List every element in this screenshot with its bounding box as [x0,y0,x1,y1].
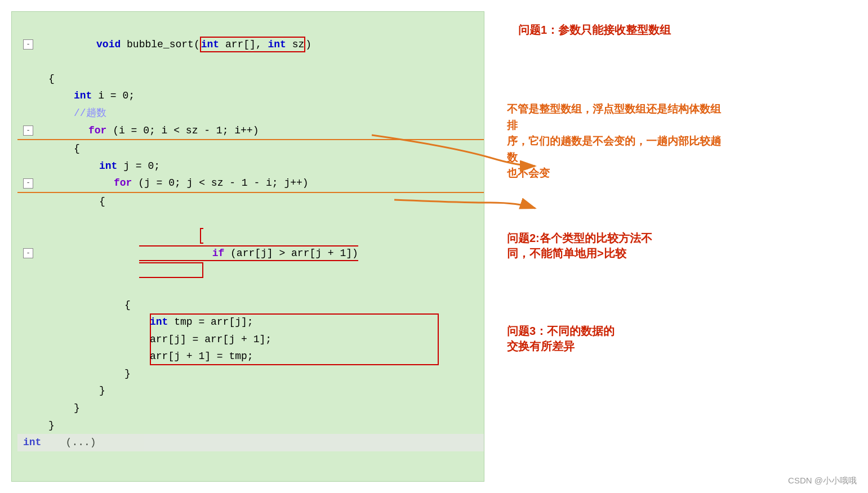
watermark: CSDN @小小哦哦 [788,476,857,486]
line18-content: } [48,417,484,434]
brace-close-2: } [74,402,80,414]
brace-close-3: } [99,385,105,396]
code-panel-inner: - void bubble_sort(int arr[], int sz) { … [12,19,484,451]
line8-content: for (j = 0; j < sz - 1 - i; j++) [99,174,484,192]
annotation-3: 问题2:各个类型的比较方法不同，不能简单地用>比较 [507,231,652,261]
code-line-3: int i = 0; [17,87,484,105]
line10-content: if (arr[j] > arr[j + 1]) [124,210,484,297]
brace-close-4: } [124,368,131,379]
ann1-title: 问题1：参数只能接收整型数组 [518,23,671,38]
code-line-12: int tmp = arr[j]; [17,313,484,331]
line6-content: { [74,140,484,158]
code-line-4: //趟数 [17,105,484,122]
for1-cond: (i = 0; i < sz - 1; i++) [106,125,259,136]
annotation-2: 不管是整型数组，浮点型数组还是结构体数组排序，它们的趟数是不会变的，一趟内部比较… [507,101,721,182]
line19-content: int (...) [23,434,484,451]
ann3-title: 问题2:各个类型的比较方法不同，不能简单地用>比较 [507,231,652,261]
code-line-14: arr[j + 1] = tmp; [17,348,484,365]
kw-for-2: for [114,177,132,189]
collapse-btn-2[interactable]: - [23,126,33,136]
line3-content: int i = 0; [74,87,484,105]
j-decl: j = 0; [117,160,160,172]
kw-int-last: int [23,437,41,448]
collapse-btn-4[interactable]: - [23,248,33,258]
brace-close-1: } [48,420,55,431]
ann2-body: 不管是整型数组，浮点型数组还是结构体数组排序，它们的趟数是不会变的，一趟内部比较… [507,101,721,182]
annotation-1: 问题1：参数只能接收整型数组 [518,23,671,38]
brace-open-2: { [74,143,80,154]
kw-int-j: int [99,160,117,172]
brace-open-3: { [99,196,105,207]
swap-line-3: arr[j + 1] = tmp; [150,351,253,362]
code-line-19: int (...) [17,434,484,451]
collapse-btn-1[interactable]: - [23,39,33,50]
line14-content: arr[j + 1] = tmp; [150,348,484,365]
kw-if: if [212,248,225,259]
sz-param: sz [286,39,304,50]
comment-1: //趟数 [74,107,106,119]
code-line-5: - for (i = 0; i < sz - 1; i++) [17,122,484,141]
fn-name: bubble_sort [127,39,194,50]
swap-block: int tmp = arr[j]; arr[j] = arr[j + 1]; a… [17,313,484,365]
swap-line-2: arr[j] = arr[j + 1]; [150,334,271,345]
line9-content: { [99,193,484,210]
line1-content: void bubble_sort(int arr[], int sz) [35,19,484,70]
if-cond: (arr[j] > arr[j + 1]) [224,248,358,259]
line4-content: //趟数 [74,105,484,122]
main-container: - void bubble_sort(int arr[], int sz) { … [0,0,868,493]
param-int-1: int [201,39,219,50]
paren-close: ) [305,39,311,50]
line5-content: for (i = 0; i < sz - 1; i++) [74,122,484,140]
code-line-9: { [17,193,484,210]
line12-content: int tmp = arr[j]; [150,313,484,331]
kw-for-1: for [88,125,106,136]
line15-content: } [124,365,484,383]
code-line-18: } [17,417,484,434]
code-line-7: int j = 0; [17,158,484,175]
arr-param: arr[], [219,39,268,50]
line17-content: } [74,400,484,417]
line7-content: int j = 0; [99,158,484,175]
code-line-6: { [17,140,484,158]
ann4-title: 问题3：不同的数据的交换有所差异 [507,324,615,354]
code-line-15: } [17,365,484,383]
ellipsis-code: (...) [41,437,96,448]
brace-open-4: { [124,299,131,311]
line13-content: arr[j] = arr[j + 1]; [150,331,484,348]
kw-int-i: int [74,90,92,101]
code-panel: - void bubble_sort(int arr[], int sz) { … [11,11,484,482]
code-line-16: } [17,382,484,400]
code-line-11: { [17,297,484,314]
annotation-4: 问题3：不同的数据的交换有所差异 [507,324,615,354]
line16-content: } [99,382,484,400]
brace-open-1: { [48,73,55,84]
code-line-2: { [17,70,484,88]
collapse-btn-3[interactable]: - [23,178,33,189]
code-line-13: arr[j] = arr[j + 1]; [17,331,484,348]
paren-open: ( [194,39,200,50]
line11-content: { [124,297,484,314]
kw-int-tmp: int [150,316,168,328]
param-int-2: int [268,39,286,50]
for2-cond: (j = 0; j < sz - 1 - i; j++) [132,177,308,189]
code-line-1: - void bubble_sort(int arr[], int sz) [17,19,484,70]
code-line-8: - for (j = 0; j < sz - 1 - i; j++) [17,174,484,193]
line2-content: { [48,70,484,88]
kw-void: void [96,39,127,50]
annotation-panel: 问题1：参数只能接收整型数组 不管是整型数组，浮点型数组还是结构体数组排序，它们… [484,11,857,482]
code-line-10: - if (arr[j] > arr[j + 1]) [17,210,484,297]
tmp-decl: tmp = arr[j]; [168,316,253,328]
code-line-17: } [17,400,484,417]
i-decl: i = 0; [92,90,135,101]
